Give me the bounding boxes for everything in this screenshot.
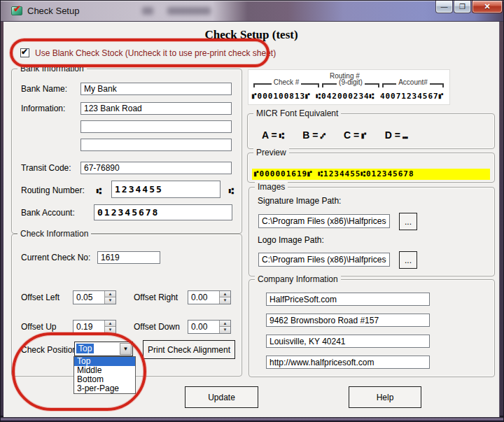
offset-right-label: Offset Right	[134, 293, 178, 302]
routing-number-input[interactable]	[111, 181, 220, 198]
bank-name-input[interactable]	[80, 83, 232, 95]
spin-up-icon[interactable]: ▲	[220, 291, 230, 297]
micr-a-label: A =	[262, 129, 277, 141]
titlebar[interactable]: ✔ Check Setup — ❐ ✕	[1, 1, 504, 22]
preview-legend: Preview	[253, 148, 289, 157]
logo-path-input[interactable]	[258, 253, 390, 267]
signature-path-label: Signature Image Path:	[258, 196, 341, 206]
dialog-content: Check Setup (test) ✔ Use Blank Check Sto…	[4, 22, 500, 417]
spin-down-icon[interactable]: ▼	[105, 327, 115, 333]
sample-routing-sub-label: (9-digit)	[337, 78, 365, 86]
spin-down-icon[interactable]: ▼	[220, 327, 230, 333]
offset-left-label: Offset Left	[21, 293, 59, 302]
transit-code-label: Transit Code:	[21, 163, 71, 173]
sample-check-bracket: Check #	[253, 83, 319, 87]
micr-d-label: D =	[385, 129, 400, 141]
offset-left-value: 0.05	[76, 293, 92, 302]
spin-down-icon[interactable]: ▼	[105, 297, 115, 304]
print-check-alignment-button[interactable]: Print Check Alignment	[143, 340, 235, 359]
sample-routing-bracket: (9-digit)	[322, 83, 379, 87]
sample-check-label: Check #	[272, 78, 302, 86]
micr-c-label: C =	[344, 129, 359, 141]
maximize-button[interactable]: ❐	[454, 1, 471, 13]
help-button[interactable]: Help	[349, 386, 421, 408]
micr-font-equivalent-group: MICR Font Equivalent A = ⑆ B = ⑇ C = ⑈ D…	[247, 113, 495, 149]
background-blur	[142, 7, 153, 15]
offset-up-stepper[interactable]: 0.19 ▲▼	[73, 320, 116, 334]
spin-up-icon[interactable]: ▲	[220, 321, 230, 327]
micr-b-label: B =	[302, 129, 318, 141]
check-position-selected: Top	[76, 344, 94, 353]
preview-group: Preview ⑈000001619⑈ ⑆1234455⑆012345678	[247, 153, 495, 183]
offset-up-label: Offset Up	[21, 322, 56, 332]
bank-information-legend: Bank Information	[18, 64, 87, 73]
bank-info-line1-input[interactable]	[80, 102, 232, 115]
background-blur	[167, 7, 211, 15]
check-information-group: Check Information Current Check No: Offs…	[11, 234, 242, 377]
use-blank-stock-checkbox[interactable]: ✔	[20, 48, 29, 57]
micr-preview-line: ⑈000001619⑈ ⑆1234455⑆012345678	[252, 169, 490, 180]
micr-transit-symbol-left: ⑆	[97, 186, 102, 196]
app-icon: ✔	[11, 6, 22, 15]
bank-information-group: Bank Information Bank Name: Information:…	[11, 69, 242, 234]
close-icon: ✕	[484, 2, 490, 11]
check-setup-window: ✔ Check Setup — ❐ ✕ Check Setup (test) ✔…	[0, 0, 504, 422]
current-check-no-label: Current Check No:	[21, 253, 90, 262]
company-address-input[interactable]	[266, 314, 430, 327]
signature-browse-button[interactable]: ...	[399, 213, 417, 230]
spin-up-icon[interactable]: ▲	[105, 291, 115, 297]
page-title: Check Setup (test)	[4, 28, 499, 42]
company-information-legend: Company Information	[255, 274, 341, 284]
images-group: Images Signature Image Path: ... Logo Im…	[248, 187, 495, 276]
sample-account-label: Account#	[396, 78, 430, 86]
micr-transit-icon: ⑆	[279, 131, 284, 141]
company-name-input[interactable]	[266, 293, 430, 306]
bank-info-line3-input[interactable]	[80, 139, 232, 151]
company-information-group: Company Information	[248, 279, 495, 377]
offset-right-stepper[interactable]: 0.00 ▲▼	[188, 290, 231, 304]
micr-onus-icon: ⑈	[361, 131, 366, 141]
micr-equivalent-legend: MICR Font Equivalent	[253, 108, 341, 118]
images-legend: Images	[255, 182, 288, 192]
spin-down-icon[interactable]: ▼	[220, 297, 230, 304]
chevron-down-icon: ▼	[123, 346, 129, 352]
app-check-icon: ✔	[13, 3, 21, 14]
sample-account-bracket: Account#	[382, 83, 444, 87]
offset-up-value: 0.19	[76, 322, 92, 332]
minimize-icon: —	[441, 3, 448, 10]
bank-info-line2-input[interactable]	[80, 120, 232, 133]
micr-amount-icon: ⑇	[321, 131, 326, 141]
routing-number-label: Routing Number:	[21, 185, 85, 195]
offset-right-value: 0.00	[191, 293, 207, 302]
bank-name-label: Bank Name:	[21, 84, 67, 94]
use-blank-stock-label: Use Blank Check Stock (Uncheck it to use…	[35, 48, 276, 58]
signature-path-input[interactable]	[258, 214, 390, 228]
minimize-button[interactable]: —	[435, 1, 453, 13]
logo-browse-button[interactable]: ...	[399, 251, 417, 269]
check-position-combobox[interactable]: Top ▼	[74, 342, 133, 356]
check-position-label: Check Position	[21, 345, 77, 355]
current-check-no-input[interactable]	[97, 251, 160, 264]
offset-down-label: Offset Down	[134, 322, 180, 332]
offset-down-stepper[interactable]: 0.00 ▲▼	[188, 320, 231, 334]
company-city-input[interactable]	[266, 335, 430, 348]
company-url-input[interactable]	[266, 356, 430, 369]
sample-micr-line: ⑈000100813⑈ ⑆042000234⑆ 40071234567⑈	[252, 92, 444, 101]
dropdown-option-3perpage[interactable]: 3-per-Page	[74, 384, 135, 393]
offset-down-value: 0.00	[191, 322, 207, 332]
micr-transit-symbol-right: ⑆	[229, 186, 234, 196]
spin-up-icon[interactable]: ▲	[105, 321, 115, 327]
offset-left-stepper[interactable]: 0.05 ▲▼	[73, 290, 116, 304]
check-information-legend: Check Information	[18, 229, 91, 239]
check-sample-image: Routing # Check # (9-digit) Account# ⑈00…	[248, 69, 450, 105]
maximize-icon: ❐	[459, 3, 465, 10]
window-title: Check Setup	[27, 6, 79, 16]
checkbox-check-icon: ✔	[21, 47, 28, 57]
update-button[interactable]: Update	[185, 386, 258, 408]
micr-dash-icon: ⑉	[402, 131, 407, 141]
check-position-dropdown-list: Top Middle Bottom 3-per-Page	[74, 356, 136, 394]
transit-code-input[interactable]	[80, 162, 232, 174]
bank-account-input[interactable]	[94, 204, 232, 220]
combo-dropdown-button[interactable]: ▼	[120, 343, 132, 355]
close-button[interactable]: ✕	[472, 1, 503, 13]
